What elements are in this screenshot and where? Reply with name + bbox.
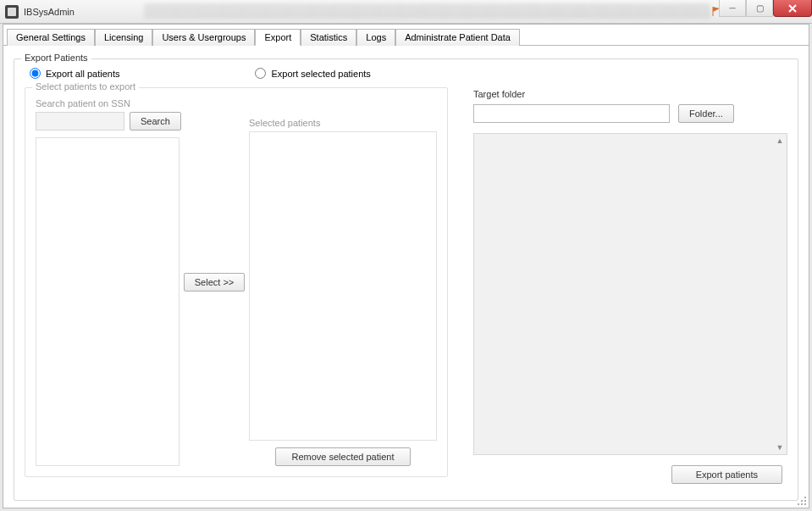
radio-export-selected[interactable]: Export selected patients: [255, 68, 370, 79]
minimize-button[interactable]: ─: [719, 0, 746, 17]
radio-export-all[interactable]: Export all patients: [30, 68, 119, 79]
taskbar-blur: [144, 3, 710, 19]
folder-button[interactable]: Folder...: [678, 104, 734, 123]
target-folder-input[interactable]: [473, 104, 670, 123]
app-icon: [5, 5, 19, 19]
selected-column: Selected patients Remove selected patien…: [249, 98, 437, 466]
window-title: IBSysAdmin: [24, 7, 75, 17]
search-results-list[interactable]: [36, 137, 180, 466]
radio-export-selected-input[interactable]: [255, 68, 266, 79]
export-mode-row: Export all patients Export selected pati…: [25, 68, 787, 79]
select-patients-group: Select patients to export Search patient…: [25, 87, 448, 477]
tab-general-settings[interactable]: General Settings: [7, 29, 95, 46]
export-patients-legend: Export Patients: [21, 53, 91, 63]
title-bar: IBSysAdmin ─ ▢: [0, 0, 812, 24]
left-column: Select patients to export Search patient…: [25, 87, 448, 484]
scroll-up-icon[interactable]: ▲: [775, 136, 785, 146]
maximize-button[interactable]: ▢: [746, 0, 773, 17]
middle-column: Select >>: [180, 98, 249, 466]
selected-label: Selected patients: [249, 118, 437, 128]
search-label: Search patient on SSN: [36, 98, 180, 108]
target-folder-row: Folder...: [473, 104, 787, 123]
search-button[interactable]: Search: [130, 112, 181, 131]
select-button[interactable]: Select >>: [184, 273, 245, 292]
remove-selected-button[interactable]: Remove selected patient: [275, 447, 411, 466]
resize-grip[interactable]: [795, 494, 807, 506]
window-body: General Settings Licensing Users & Userg…: [3, 24, 809, 508]
export-button-row: Export patients: [473, 465, 787, 484]
select-columns: Search patient on SSN Search Select >>: [36, 98, 437, 466]
remove-row: Remove selected patient: [249, 447, 437, 466]
close-button[interactable]: [773, 0, 812, 17]
export-patients-button[interactable]: Export patients: [671, 465, 782, 484]
tab-statistics[interactable]: Statistics: [301, 29, 356, 46]
search-row: Search: [36, 112, 180, 131]
right-column: Target folder Folder... ▲ ▼ Export patie…: [473, 87, 787, 484]
select-patients-legend: Select patients to export: [32, 81, 139, 92]
search-input[interactable]: [36, 112, 124, 131]
radio-export-selected-label: Export selected patients: [271, 69, 370, 79]
export-log-area[interactable]: ▲ ▼: [473, 133, 787, 455]
tab-content: Export Patients Export all patients Expo…: [7, 48, 805, 504]
export-patients-group: Export Patients Export all patients Expo…: [14, 58, 798, 501]
close-icon: [787, 3, 798, 14]
target-folder-label: Target folder: [473, 89, 787, 99]
tab-administrate-patient-data[interactable]: Administrate Patient Data: [395, 29, 520, 46]
scroll-down-icon[interactable]: ▼: [775, 442, 785, 453]
radio-export-all-input[interactable]: [30, 68, 41, 79]
columns: Select patients to export Search patient…: [25, 87, 787, 484]
window-controls: ─ ▢: [719, 0, 812, 17]
tab-licensing[interactable]: Licensing: [95, 29, 152, 46]
selected-patients-list[interactable]: [249, 131, 437, 441]
tab-users-usergroups[interactable]: Users & Usergroups: [152, 29, 255, 46]
tab-logs[interactable]: Logs: [356, 29, 395, 46]
radio-export-all-label: Export all patients: [46, 69, 119, 79]
tab-bar: General Settings Licensing Users & Userg…: [3, 25, 809, 46]
search-column: Search patient on SSN Search: [36, 98, 180, 466]
tab-export[interactable]: Export: [255, 29, 301, 46]
